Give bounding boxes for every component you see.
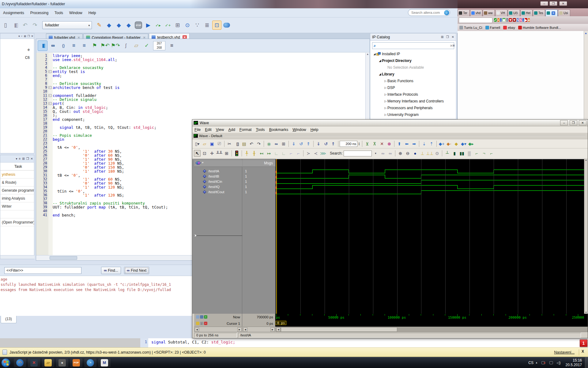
addon-icon[interactable]: ▼ <box>509 18 512 22</box>
tree-arrow-icon[interactable]: ▷ <box>384 93 387 96</box>
browser-tab[interactable]: Tes <box>533 10 545 16</box>
addon-icon[interactable]: ↓ <box>522 18 524 22</box>
task-item[interactable]: (Open Programmer) <box>0 218 34 226</box>
ip-search-box[interactable]: ⌕ ✕ <box>372 42 454 49</box>
notification-settings-link[interactable]: Nastavení... <box>554 350 575 355</box>
performance-icon[interactable]: ⊗ <box>386 140 393 147</box>
zoom-sel-icon[interactable]: ⊙ <box>434 150 440 157</box>
assignment-editor-icon[interactable]: ✎ <box>95 21 104 30</box>
new-file-button[interactable]: ▯ <box>1 21 10 30</box>
language-indicator[interactable]: CS <box>528 361 533 365</box>
network-error-icon[interactable]: 🖵✕ <box>541 361 546 365</box>
signal-name-row[interactable]: /test/tB <box>194 174 242 179</box>
expand-time-icon[interactable]: ≻ <box>305 150 312 157</box>
undo-icon[interactable]: ↶ <box>248 140 255 147</box>
run-length-input[interactable]: 200 ns <box>340 141 357 147</box>
wave-menu-view[interactable]: View <box>214 127 226 132</box>
tree-arrow-icon[interactable]: ▷ <box>384 79 387 82</box>
reload-icon[interactable]: ↺ <box>298 140 304 147</box>
close-button[interactable]: ✕ <box>579 120 586 125</box>
insert-cursor-icon[interactable]: ⇣ <box>421 140 428 147</box>
addon-icon[interactable]: ✓ <box>494 18 497 22</box>
tree-arrow-icon[interactable]: ▷ <box>384 113 387 116</box>
tree-arrow-icon[interactable]: ▷ <box>384 106 387 109</box>
browser-tab[interactable]: Ter <box>458 10 470 16</box>
taskbar-orange-app-icon[interactable]: POP <box>70 358 82 367</box>
print-icon[interactable]: ⎚ <box>216 140 223 147</box>
timeline-ruler[interactable]: ps50000 ps100000 ps150000 ps200000 ps250… <box>275 314 588 320</box>
waveform-area[interactable] <box>276 159 584 314</box>
monitor-icon[interactable] <box>200 315 203 319</box>
pin-planner-icon[interactable]: ◆ <box>114 21 123 30</box>
ip-tree-item[interactable]: ▷Processors and Peripherals <box>371 105 456 111</box>
bookmark-item[interactable]: Farnell <box>485 26 500 29</box>
menu-assignments[interactable]: Assignments <box>0 10 27 16</box>
addon-icon[interactable]: ↓ <box>500 18 502 22</box>
ip-tree-item[interactable]: ◢Project Directory <box>371 57 456 64</box>
timing-analyzer-icon[interactable]: ⊙ <box>183 21 192 30</box>
zoom-range-icon[interactable]: ⊥⊥ <box>426 150 433 157</box>
paste-icon[interactable]: ▤ <box>241 140 247 147</box>
volume-icon[interactable]: ◁) <box>556 361 560 365</box>
design-assistant-icon[interactable]: ≣ <box>202 21 212 30</box>
scrollbar-thumb[interactable] <box>50 256 77 260</box>
fitter-icon[interactable]: ✓+ <box>163 21 172 30</box>
add-icon[interactable]: + <box>204 315 207 319</box>
open-icon[interactable]: ▱ <box>201 140 208 147</box>
braces-icon[interactable]: {} <box>58 40 68 51</box>
falling-edge-icon[interactable]: ⌐ <box>288 150 294 157</box>
zoom-out-icon[interactable]: ⊖ <box>404 150 411 157</box>
edit-mode-icon[interactable]: ⊞ <box>223 150 230 157</box>
find-next-button[interactable]: ∞ Find Next <box>124 267 149 274</box>
close-tab-icon[interactable]: ✕ <box>552 11 555 15</box>
pan-mode-icon[interactable]: ✛ <box>209 150 215 157</box>
start-button[interactable] <box>1 358 10 367</box>
zoom-in-icon[interactable]: ⊕ <box>397 150 404 157</box>
zoom-mode-icon[interactable]: ⊡ <box>201 150 208 157</box>
wave-pane-header[interactable]: Wave - Default <box>192 133 588 139</box>
save-icon[interactable]: ▣ <box>209 140 215 147</box>
close-icon[interactable]: ✕ <box>31 157 33 160</box>
stop-processing-icon[interactable]: STOP <box>134 21 143 30</box>
editor-menu-icon[interactable]: ≡ <box>167 40 177 51</box>
delete-cursor-icon[interactable]: ╂ <box>251 150 258 157</box>
wave-menu-window[interactable]: Window <box>290 127 308 132</box>
wave-search-input[interactable] <box>344 151 372 156</box>
project-combobox[interactable]: fulladder▼ <box>42 21 92 29</box>
previous-edge-icon[interactable]: ∟ <box>273 150 280 157</box>
notification-close-button[interactable]: X <box>579 349 586 355</box>
search-dropdown-icon[interactable]: ▼ <box>372 150 379 157</box>
previous-transition-icon[interactable]: ↤ <box>258 150 265 157</box>
altera-search-box[interactable]: Search altera.com ⌕ <box>408 9 450 16</box>
taskbar-explorer-icon[interactable]: ▱ <box>42 358 54 367</box>
ip-tree-item[interactable]: ◢Library <box>371 71 456 78</box>
float-icon[interactable]: ❐ <box>26 157 29 160</box>
select-mode-icon[interactable]: ↖ <box>194 150 201 157</box>
navigator-item-fragment[interactable]: e <box>0 48 34 52</box>
signal-name-row[interactable]: /test/tA <box>194 168 242 174</box>
minimize-button[interactable]: – <box>560 120 568 125</box>
network-icon[interactable]: 🖵 <box>549 361 553 365</box>
step-out-icon[interactable]: ✕ <box>379 140 385 147</box>
lock-cursor-icon[interactable]: ⇡ <box>428 140 435 147</box>
msgs-header[interactable]: Msgs <box>243 160 275 167</box>
restart-icon[interactable]: ⇓ <box>290 140 297 147</box>
redo-icon[interactable]: ↷ <box>255 140 262 147</box>
taskbar-gimp-icon[interactable]: ● <box>56 358 68 367</box>
device-icon[interactable]: ◆ <box>124 21 133 30</box>
tree-arrow-icon[interactable]: ▷ <box>384 86 387 89</box>
addon-icon[interactable]: S <box>517 18 519 22</box>
ip-tree-item[interactable]: ▷Memory Interfaces and Controllers <box>371 98 456 105</box>
addon-icon[interactable]: ▼ <box>513 18 516 22</box>
back-icon[interactable]: ⬅ <box>403 140 410 147</box>
prev-bookmark-icon[interactable]: ⚑↶ <box>100 40 110 51</box>
messages-tab[interactable]: (13) <box>1 316 17 323</box>
analyze-file-icon[interactable]: ✓ <box>142 40 152 51</box>
time-cursor-line[interactable] <box>276 159 277 314</box>
ip-tree-item[interactable]: No Selection Available <box>371 64 456 71</box>
ip-tree-item[interactable]: ▷Interface Protocols <box>371 91 456 98</box>
wave-titlebar[interactable]: Wave – ❐ ✕ <box>192 120 588 126</box>
addon-icon[interactable]: S <box>519 18 522 22</box>
signal-name-row[interactable]: /test/tCin <box>194 179 242 184</box>
edit-icon[interactable] <box>196 315 199 319</box>
